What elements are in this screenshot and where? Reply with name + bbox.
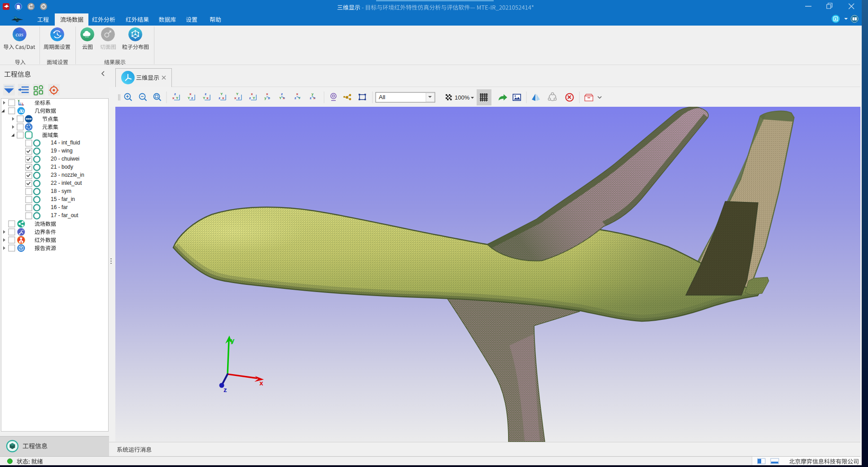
svg-text:x: x (189, 92, 192, 96)
svg-text:x: x (222, 96, 224, 100)
svg-text:Y: Y (236, 92, 239, 96)
svg-text:z: z (191, 96, 193, 100)
svg-text:z: z (205, 92, 206, 96)
svg-text:Y: Y (176, 96, 179, 100)
svg-text:x: x (234, 96, 237, 100)
svg-text:y: y (264, 96, 267, 100)
svg-text:z: z (310, 96, 311, 100)
svg-text:x: x (259, 379, 263, 387)
svg-text:Y: Y (220, 92, 223, 96)
svg-text:z: z (20, 102, 22, 105)
svg-text:y: y (311, 92, 314, 96)
svg-text:All: All (379, 94, 386, 100)
svg-text:x: x (296, 92, 298, 96)
svg-text:x: x (22, 102, 23, 105)
svg-text:x: x (266, 92, 268, 96)
svg-text:z: z (238, 96, 240, 100)
svg-text:Y: Y (18, 99, 20, 102)
svg-text:y: y (231, 336, 235, 344)
svg-text:z: z (219, 96, 220, 100)
svg-text:100%: 100% (455, 94, 470, 101)
svg-text:x: x (206, 96, 209, 100)
svg-text:z: z (281, 92, 283, 96)
svg-text:cas: cas (16, 31, 23, 38)
svg-text:Y: Y (188, 96, 190, 100)
svg-text:x: x (172, 96, 175, 100)
svg-text:z: z (224, 386, 227, 393)
svg-text:Y: Y (203, 96, 206, 100)
svg-text:z: z (294, 96, 296, 100)
svg-text:x: x (251, 92, 253, 96)
svg-text:z: z (249, 96, 251, 100)
svg-text:z: z (174, 92, 176, 96)
svg-text:Y: Y (253, 96, 255, 100)
